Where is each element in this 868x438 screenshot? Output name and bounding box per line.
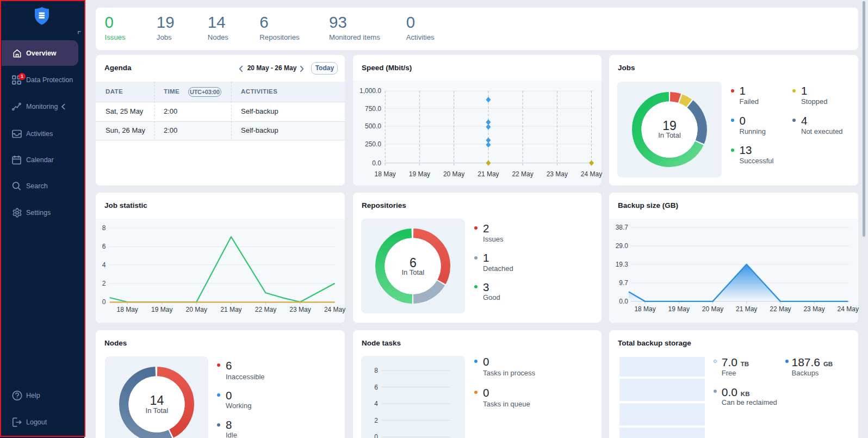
svg-text:4: 4 xyxy=(374,400,378,408)
svg-text:20 May: 20 May xyxy=(702,305,723,313)
svg-text:8: 8 xyxy=(374,367,378,374)
svg-text:0: 0 xyxy=(374,433,378,438)
svg-text:22 May: 22 May xyxy=(512,170,533,178)
svg-text:250.0: 250.0 xyxy=(365,140,381,148)
svg-text:18 May: 18 May xyxy=(634,305,655,313)
svg-text:18 May: 18 May xyxy=(375,170,396,178)
svg-text:19 May: 19 May xyxy=(151,306,172,313)
svg-text:6: 6 xyxy=(102,243,106,251)
svg-text:500.0: 500.0 xyxy=(365,122,381,130)
svg-text:21 May: 21 May xyxy=(478,170,499,178)
svg-text:0.0: 0.0 xyxy=(619,298,628,305)
svg-text:29.0: 29.0 xyxy=(616,242,629,250)
svg-text:20 May: 20 May xyxy=(186,306,207,313)
svg-text:21 May: 21 May xyxy=(220,306,241,313)
svg-text:0.0: 0.0 xyxy=(372,159,381,167)
svg-text:18 May: 18 May xyxy=(117,306,138,313)
svg-text:1,000.0: 1,000.0 xyxy=(359,87,381,95)
svg-text:24 May: 24 May xyxy=(581,170,602,178)
svg-text:20 May: 20 May xyxy=(443,170,464,178)
svg-text:9.7: 9.7 xyxy=(619,279,628,287)
svg-text:4: 4 xyxy=(102,261,106,269)
svg-text:23 May: 23 May xyxy=(547,170,568,178)
svg-text:19 May: 19 May xyxy=(409,170,430,178)
svg-text:22 May: 22 May xyxy=(770,305,791,313)
svg-text:23 May: 23 May xyxy=(803,305,824,313)
svg-text:38.7: 38.7 xyxy=(616,224,629,231)
svg-text:21 May: 21 May xyxy=(736,305,757,313)
svg-text:19 May: 19 May xyxy=(668,305,690,313)
svg-text:19.3: 19.3 xyxy=(616,261,629,268)
svg-text:750.0: 750.0 xyxy=(365,105,381,113)
svg-text:2: 2 xyxy=(102,280,106,287)
svg-text:0: 0 xyxy=(102,299,106,306)
svg-text:23 May: 23 May xyxy=(289,306,311,313)
svg-text:2: 2 xyxy=(374,417,378,424)
svg-text:6: 6 xyxy=(374,384,378,391)
svg-text:24 May: 24 May xyxy=(324,306,345,313)
svg-text:24 May: 24 May xyxy=(838,305,859,313)
svg-text:22 May: 22 May xyxy=(255,306,276,313)
svg-text:8: 8 xyxy=(102,224,106,232)
